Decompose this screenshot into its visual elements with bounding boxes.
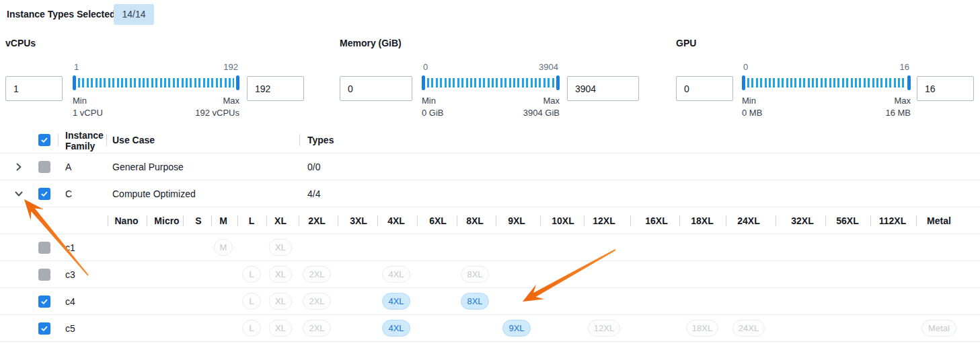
- type-checkbox-c1[interactable]: [38, 242, 50, 254]
- type-row-c1: c1MXL: [0, 234, 980, 261]
- vcpus-max-input[interactable]: [247, 76, 304, 101]
- size-pill-c4-8xl[interactable]: 8XL: [461, 293, 489, 310]
- size-pill-c1-m[interactable]: M: [214, 239, 233, 256]
- size-column-s: S: [195, 207, 201, 234]
- expand-chevron-down-icon[interactable]: [14, 189, 24, 199]
- type-name: c1: [65, 234, 75, 261]
- size-column-8xl: 8XL: [466, 207, 484, 234]
- vcpus-min-detail: 1 vCPU: [73, 108, 103, 118]
- size-pill-c4-xl[interactable]: XL: [269, 293, 293, 310]
- size-pill-c5-l[interactable]: L: [242, 320, 261, 337]
- gpu-min-detail: 0 MB: [742, 108, 762, 118]
- vcpus-min-caption: Min: [73, 96, 87, 106]
- column-header-instance-family: Instance Family: [65, 130, 107, 151]
- gpu-min-caption: Min: [742, 96, 756, 106]
- size-pill-c4-4xl[interactable]: 4XL: [382, 293, 410, 310]
- size-column-xl: XL: [274, 207, 287, 234]
- type-checkbox-c4[interactable]: [38, 296, 50, 308]
- size-divider: [916, 215, 917, 226]
- expand-chevron-right-icon[interactable]: [14, 162, 24, 172]
- size-divider: [417, 215, 418, 226]
- memory-max-input[interactable]: [567, 76, 639, 101]
- memory-min-input[interactable]: [340, 76, 412, 101]
- gpu-slider-ticks: [747, 78, 905, 88]
- gpu-min-handle[interactable]: [742, 75, 745, 90]
- vcpus-slider-ticks: [78, 78, 234, 88]
- type-row-c5: c5LXL2XL4XL9XL12XL18XL24XLMetal: [0, 315, 980, 342]
- gpu-range-max-label: 16: [900, 62, 909, 72]
- filter-title-memory: Memory (GiB): [340, 38, 402, 48]
- family-use-case: General Purpose: [112, 153, 184, 180]
- family-checkbox-A[interactable]: [38, 161, 50, 173]
- memory-range-slider[interactable]: [422, 75, 560, 90]
- size-pill-c3-2xl[interactable]: 2XL: [303, 266, 331, 283]
- vcpus-max-handle[interactable]: [236, 75, 239, 90]
- size-pill-c5-metal[interactable]: Metal: [921, 320, 956, 337]
- vcpus-range-min-label: 1: [74, 62, 79, 72]
- check-icon: [40, 190, 48, 198]
- type-checkbox-c5[interactable]: [38, 322, 50, 335]
- family-checkbox-C[interactable]: [38, 188, 50, 200]
- size-column-16xl: 16XL: [645, 207, 667, 234]
- family-types-count: 4/4: [307, 180, 320, 207]
- vcpus-range-slider[interactable]: [73, 75, 239, 90]
- type-name: c3: [65, 261, 75, 288]
- size-column-2xl: 2XL: [308, 207, 326, 234]
- size-pill-c5-4xl[interactable]: 4XL: [382, 320, 410, 337]
- size-column-nano: Nano: [115, 207, 139, 234]
- size-pill-c5-2xl[interactable]: 2XL: [303, 320, 331, 337]
- size-pill-c5-24xl[interactable]: 24XL: [732, 320, 765, 337]
- size-divider: [776, 215, 776, 226]
- family-row-C: CCompute Optimized4/4: [0, 180, 980, 207]
- memory-range-min-label: 0: [423, 62, 428, 72]
- size-pill-c5-18xl[interactable]: 18XL: [686, 320, 718, 337]
- family-use-case: Compute Optimized: [112, 180, 196, 207]
- family-name: C: [65, 180, 72, 207]
- size-divider: [377, 215, 378, 226]
- size-pill-c5-12xl[interactable]: 12XL: [588, 320, 620, 337]
- vcpus-min-handle[interactable]: [73, 75, 76, 90]
- vcpus-max-detail: 192 vCPUs: [195, 108, 239, 118]
- size-divider: [108, 215, 108, 226]
- size-column-10xl: 10XL: [552, 207, 574, 234]
- size-divider: [211, 215, 212, 226]
- size-divider: [147, 215, 147, 226]
- check-icon: [40, 324, 48, 333]
- size-column-m: M: [219, 207, 227, 234]
- size-divider: [584, 215, 585, 226]
- memory-min-detail: 0 GiB: [422, 108, 444, 118]
- size-pill-c3-8xl[interactable]: 8XL: [461, 266, 489, 283]
- size-pill-c4-l[interactable]: L: [242, 293, 261, 310]
- type-checkbox-c3[interactable]: [38, 269, 50, 281]
- memory-min-caption: Min: [422, 96, 436, 106]
- size-pill-c3-4xl[interactable]: 4XL: [382, 266, 410, 283]
- size-column-l: L: [249, 207, 255, 234]
- size-pill-c3-l[interactable]: L: [242, 266, 261, 283]
- memory-min-handle[interactable]: [422, 75, 425, 90]
- size-pill-c1-xl[interactable]: XL: [269, 239, 293, 256]
- vcpus-max-caption: Max: [223, 96, 239, 106]
- gpu-max-input[interactable]: [917, 76, 974, 101]
- size-column-32xl: 32XL: [791, 207, 813, 234]
- select-all-checkbox[interactable]: [38, 134, 50, 146]
- size-pill-c5-9xl[interactable]: 9XL: [502, 320, 531, 337]
- size-column-56xl: 56XL: [836, 207, 858, 234]
- size-pill-c3-xl[interactable]: XL: [269, 266, 293, 283]
- header-divider: [106, 134, 107, 146]
- size-divider: [183, 215, 184, 226]
- memory-max-detail: 3904 GiB: [523, 108, 560, 118]
- gpu-min-input[interactable]: [676, 76, 733, 101]
- size-header-row: NanoMicroSMLXL2XL3XL4XL6XL8XL9XL10XL12XL…: [0, 207, 980, 234]
- vcpus-range-max-label: 192: [223, 62, 238, 72]
- size-pill-c4-2xl[interactable]: 2XL: [303, 293, 331, 310]
- size-pill-c5-xl[interactable]: XL: [269, 320, 293, 337]
- size-divider: [679, 215, 680, 226]
- size-divider: [870, 215, 871, 226]
- gpu-max-handle[interactable]: [907, 75, 911, 90]
- size-column-12xl: 12XL: [593, 207, 615, 234]
- memory-max-handle[interactable]: [556, 75, 560, 90]
- gpu-range-slider[interactable]: [742, 75, 911, 90]
- size-divider: [237, 215, 238, 226]
- size-divider: [630, 215, 631, 226]
- vcpus-min-input[interactable]: [5, 76, 63, 101]
